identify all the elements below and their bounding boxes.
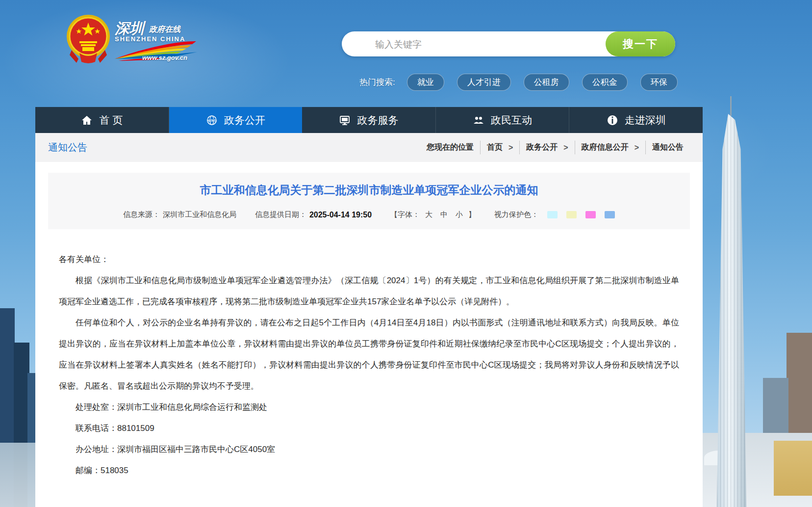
page-title: 市工业和信息化局关于第二批深圳市制造业单项冠军企业公示的通知 bbox=[58, 183, 680, 197]
hot-search-label: 热门搜索: bbox=[359, 77, 395, 88]
breadcrumb-item-home: 首页 > bbox=[480, 141, 519, 154]
eye-protect-label: 视力保护色： bbox=[494, 210, 538, 219]
nav-item-interaction[interactable]: 政民互动 bbox=[436, 107, 570, 133]
hot-search-item-huanbao[interactable]: 环保 bbox=[640, 74, 678, 91]
main-nav: 首 页 NEWS 政务公开 政务服务 政民互动 走进深圳 bbox=[35, 107, 703, 133]
paragraph-list: 根据《深圳市工业和信息化局市级制造业单项冠军企业遴选管理办法》（深工信规〔202… bbox=[59, 270, 679, 397]
meta-date-label: 信息提供日期： bbox=[255, 210, 306, 219]
breadcrumb-arrow: > bbox=[634, 143, 639, 152]
eye-color-swatch-yellow[interactable] bbox=[566, 211, 577, 218]
eye-color-swatch-pink[interactable] bbox=[585, 211, 596, 218]
contact-line: 办公地址：深圳市福田区福中三路市民中心C区4050室 bbox=[59, 439, 679, 460]
nav-item-home[interactable]: 首 页 bbox=[35, 107, 169, 133]
hot-search-item-gongjijin[interactable]: 公积金 bbox=[582, 74, 628, 91]
article-panel: 市工业和信息化局关于第二批深圳市制造业单项冠军企业公示的通知 信息来源：深圳市工… bbox=[35, 162, 703, 507]
font-size-label-close: 】 bbox=[468, 210, 476, 219]
section-title[interactable]: 通知公告 bbox=[48, 141, 87, 154]
font-size-large[interactable]: 大 bbox=[425, 210, 432, 219]
breadcrumb-bar: 通知公告 您现在的位置 首页 > 政务公开 > 政府信息公开 > 通知公告 bbox=[35, 133, 703, 162]
breadcrumb-item-gov-open: 政府信息公开 > bbox=[575, 141, 645, 154]
hot-search-row: 热门搜索: 就业 人才引进 公租房 公积金 环保 bbox=[359, 74, 690, 90]
meta-source-label: 信息来源： bbox=[123, 210, 160, 219]
breadcrumb-location-label: 您现在的位置 bbox=[420, 141, 480, 154]
nav-item-gov-info[interactable]: NEWS 政务公开 bbox=[169, 107, 303, 133]
contact-line: 邮编：518035 bbox=[59, 460, 679, 481]
hot-search-item-jiuye[interactable]: 就业 bbox=[407, 74, 444, 91]
people-icon bbox=[473, 114, 484, 126]
nav-item-gov-services[interactable]: 政务服务 bbox=[302, 107, 436, 133]
font-size-label-open: 【字体： bbox=[390, 210, 420, 219]
meta-source: 深圳市工业和信息化局 bbox=[163, 210, 236, 219]
search-input[interactable] bbox=[374, 31, 592, 57]
breadcrumb-item-gov-info: 政务公开 > bbox=[519, 141, 574, 154]
article-header: 市工业和信息化局关于第二批深圳市制造业单项冠军企业公示的通知 信息来源：深圳市工… bbox=[48, 173, 690, 229]
breadcrumb-arrow: > bbox=[508, 143, 513, 152]
nav-item-label: 首 页 bbox=[99, 113, 123, 127]
nav-item-label: 政务公开 bbox=[224, 113, 265, 127]
national-emblem bbox=[65, 14, 112, 65]
logo-url-text: www.sz.gov.cn bbox=[142, 54, 187, 61]
font-size-medium[interactable]: 中 bbox=[440, 210, 448, 219]
eye-color-swatch-cyan[interactable] bbox=[547, 211, 558, 218]
news-globe-icon: NEWS bbox=[206, 114, 218, 126]
left-building-low bbox=[0, 443, 35, 507]
breadcrumb-item-notice: 通知公告 bbox=[645, 141, 690, 154]
meta-date: 2025-04-14 19:50 bbox=[309, 211, 372, 219]
article-body: 各有关单位： 根据《深圳市工业和信息化局市级制造业单项冠军企业遴选管理办法》（深… bbox=[35, 229, 703, 481]
body-paragraph: 根据《深圳市工业和信息化局市级制造业单项冠军企业遴选管理办法》（深工信规〔202… bbox=[59, 270, 679, 312]
nav-item-label: 政务服务 bbox=[357, 113, 398, 127]
salutation: 各有关单位： bbox=[59, 249, 679, 270]
svg-text:NEWS: NEWS bbox=[207, 118, 217, 122]
eye-color-swatch-blue[interactable] bbox=[605, 211, 615, 218]
site-logo: 深圳 政府在线 SHENZHEN CHINA www.sz.gov.cn bbox=[114, 19, 197, 63]
breadcrumb: 您现在的位置 首页 > 政务公开 > 政府信息公开 > 通知公告 bbox=[420, 141, 690, 154]
tower-antenna bbox=[730, 96, 732, 116]
font-size-small[interactable]: 小 bbox=[456, 210, 463, 219]
hot-search-item-rencai[interactable]: 人才引进 bbox=[457, 74, 511, 91]
nav-item-about-shenzhen[interactable]: 走进深圳 bbox=[569, 107, 703, 133]
hot-search-item-gongzufang[interactable]: 公租房 bbox=[524, 74, 569, 91]
home-icon bbox=[81, 114, 93, 126]
monitor-icon bbox=[339, 114, 351, 126]
logo-sub-text: 政府在线 bbox=[149, 25, 180, 35]
contact-line: 联系电话：88101509 bbox=[59, 418, 679, 439]
nav-item-label: 政民互动 bbox=[491, 113, 532, 127]
contact-list: 处理处室：深圳市工业和信息化局综合运行和监测处联系电话：88101509办公地址… bbox=[59, 397, 679, 481]
search-button[interactable]: 搜一下 bbox=[606, 31, 675, 56]
breadcrumb-arrow: > bbox=[563, 143, 568, 152]
right-yellow-structure bbox=[774, 441, 812, 496]
info-icon bbox=[607, 114, 618, 126]
nav-item-label: 走进深圳 bbox=[625, 113, 666, 127]
search-bar: 搜一下 bbox=[342, 31, 675, 56]
body-paragraph: 任何单位和个人，对公示的企业名单持有异议的，请在公布之日起5个工作日内（4月14… bbox=[59, 312, 679, 397]
contact-line: 处理处室：深圳市工业和信息化局综合运行和监测处 bbox=[59, 397, 679, 418]
article-meta: 信息来源：深圳市工业和信息化局 信息提供日期：2025-04-14 19:50 … bbox=[58, 210, 680, 219]
